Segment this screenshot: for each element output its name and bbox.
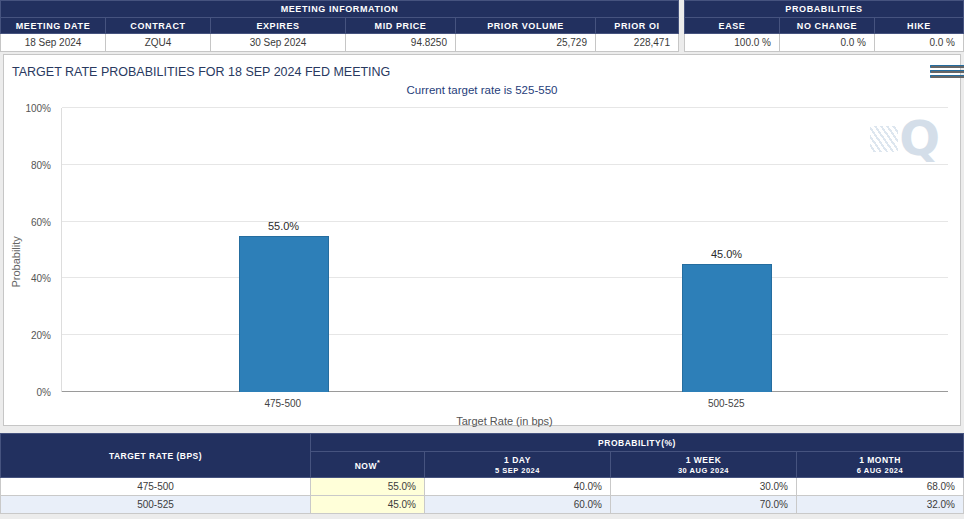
one-week-date: 30 AUG 2024 [611, 466, 796, 475]
column-header-expires: EXPIRES [211, 18, 346, 34]
column-header-hike: HIKE [875, 18, 964, 34]
now-footnote-marker: * [377, 459, 380, 466]
meeting-information-table: MEETING INFORMATION MEETING DATE CONTRAC… [0, 0, 679, 52]
plot-area: Q 55.0%45.0% [61, 108, 948, 392]
contract-value: ZQU4 [106, 34, 211, 52]
category-slot: 45.0% [505, 108, 948, 392]
column-header-prior-oi: PRIOR OI [596, 18, 679, 34]
target-rate-probabilities-chart: TARGET RATE PROBABILITIES FOR 18 SEP 202… [3, 54, 961, 426]
bars-layer: 55.0%45.0% [62, 108, 948, 392]
x-axis-ticks: 475-500500-525 [61, 398, 948, 409]
x-axis-title: Target Rate (in bps) [61, 415, 948, 427]
category-slot: 55.0% [62, 108, 505, 392]
ease-value: 100.0 % [685, 34, 780, 52]
column-header-one-month: 1 MONTH 6 AUG 2024 [797, 452, 964, 478]
expires-value: 30 Sep 2024 [211, 34, 346, 52]
y-tick-label: 80% [31, 159, 51, 170]
one-week-probability-cell: 70.0% [611, 496, 797, 514]
now-label: NOW [355, 460, 377, 470]
one-day-probability-cell: 40.0% [425, 478, 611, 496]
chart-menu-icon[interactable] [930, 61, 950, 82]
one-month-probability-cell: 68.0% [797, 478, 964, 496]
chart-title: TARGET RATE PROBABILITIES FOR 18 SEP 202… [12, 65, 390, 79]
column-header-target-rate: TARGET RATE (BPS) [1, 434, 311, 478]
meeting-date-value: 18 Sep 2024 [1, 34, 106, 52]
target-rate-cell: 500-525 [1, 496, 311, 514]
column-header-one-week: 1 WEEK 30 AUG 2024 [611, 452, 797, 478]
one-day-label: 1 DAY [425, 455, 610, 465]
prior-oi-value: 228,471 [596, 34, 679, 52]
table-row-500-525: 500-525 45.0% 60.0% 70.0% 32.0% [1, 496, 964, 514]
prior-volume-value: 25,729 [456, 34, 596, 52]
one-month-date: 6 AUG 2024 [797, 466, 963, 475]
probability-history-table: TARGET RATE (BPS) PROBABILITY(%) NOW* 1 … [0, 433, 964, 514]
probabilities-title: PROBABILITIES [685, 1, 964, 18]
meeting-info-row: 18 Sep 2024 ZQU4 30 Sep 2024 94.8250 25,… [1, 34, 679, 52]
y-tick-label: 0% [37, 387, 51, 398]
top-summary-row: MEETING INFORMATION MEETING DATE CONTRAC… [0, 0, 964, 52]
x-tick-label: 500-525 [505, 398, 949, 409]
column-header-one-day: 1 DAY 5 SEP 2024 [425, 452, 611, 478]
x-tick-label: 475-500 [61, 398, 505, 409]
bar-value-label: 55.0% [268, 220, 299, 232]
y-axis-ticks: 0%20%40%60%80%100% [4, 108, 57, 392]
chart-header: TARGET RATE PROBABILITIES FOR 18 SEP 202… [4, 55, 960, 84]
hike-value: 0.0 % [875, 34, 964, 52]
one-month-probability-cell: 32.0% [797, 496, 964, 514]
chart-plot-region: Probability 0%20%40%60%80%100% Q 55.0%45… [4, 104, 960, 430]
meeting-information-title: MEETING INFORMATION [1, 1, 679, 18]
one-week-label: 1 WEEK [611, 455, 796, 465]
one-day-date: 5 SEP 2024 [425, 466, 610, 475]
column-header-contract: CONTRACT [106, 18, 211, 34]
no-change-value: 0.0 % [780, 34, 875, 52]
column-header-prior-volume: PRIOR VOLUME [456, 18, 596, 34]
probability-bar-500-525[interactable]: 45.0% [682, 264, 772, 392]
target-rate-cell: 475-500 [1, 478, 311, 496]
now-probability-cell: 55.0% [311, 478, 425, 496]
one-day-probability-cell: 60.0% [425, 496, 611, 514]
column-header-meeting-date: MEETING DATE [1, 18, 106, 34]
column-header-ease: EASE [685, 18, 780, 34]
y-tick-label: 40% [31, 273, 51, 284]
bar-value-label: 45.0% [711, 248, 742, 260]
column-header-no-change: NO CHANGE [780, 18, 875, 34]
column-header-mid-price: MID PRICE [346, 18, 456, 34]
probability-bar-475-500[interactable]: 55.0% [239, 236, 329, 392]
one-month-label: 1 MONTH [797, 455, 963, 465]
now-probability-cell: 45.0% [311, 496, 425, 514]
y-tick-label: 60% [31, 216, 51, 227]
probabilities-summary-table: PROBABILITIES EASE NO CHANGE HIKE 100.0 … [684, 0, 964, 52]
table-row-475-500: 475-500 55.0% 40.0% 30.0% 68.0% [1, 478, 964, 496]
y-tick-label: 20% [31, 330, 51, 341]
mid-price-value: 94.8250 [346, 34, 456, 52]
one-week-probability-cell: 30.0% [611, 478, 797, 496]
y-tick-label: 100% [25, 103, 51, 114]
chart-subtitle: Current target rate is 525-550 [4, 84, 960, 102]
column-group-probability: PROBABILITY(%) [311, 434, 964, 452]
column-header-now: NOW* [311, 452, 425, 478]
probabilities-row: 100.0 % 0.0 % 0.0 % [685, 34, 964, 52]
